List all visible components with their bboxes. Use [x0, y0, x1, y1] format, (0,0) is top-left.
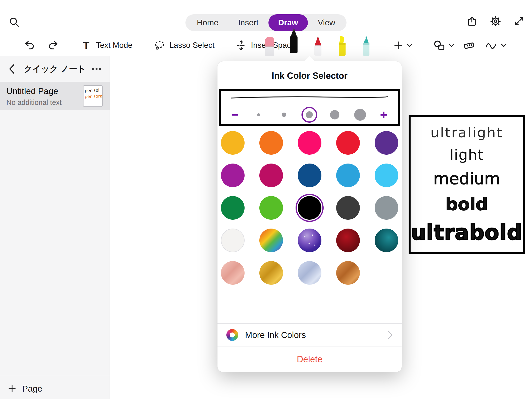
- black-pen-tool[interactable]: [286, 28, 302, 53]
- color-swatch-rainbow-glitter[interactable]: [259, 229, 283, 252]
- color-swatch-dark-pink[interactable]: [259, 164, 283, 187]
- page-list-item[interactable]: Untitled Page No additional text pen (bl…: [0, 82, 110, 110]
- color-swatch-yellow[interactable]: [221, 131, 245, 155]
- ink-color-selector-popup: Ink Color Selector − + More Ink Colors D…: [217, 61, 402, 372]
- size-dot: [257, 113, 260, 116]
- share-button[interactable]: [466, 15, 478, 28]
- stroke-size-option-4[interactable]: [327, 107, 343, 123]
- color-swatch-gold-glitter[interactable]: [259, 261, 283, 285]
- color-swatch-blue[interactable]: [336, 164, 360, 187]
- expand-icon: [514, 16, 525, 27]
- color-swatch-silver-glitter[interactable]: [298, 261, 321, 285]
- stroke-size-option-1[interactable]: [251, 107, 266, 123]
- color-wheel-icon: [226, 329, 238, 341]
- chevron-left-icon: [8, 64, 15, 74]
- black-pen-icon: [286, 27, 302, 53]
- chevron-down-icon: [449, 43, 454, 47]
- more-ink-colors-button[interactable]: More Ink Colors: [217, 325, 402, 345]
- color-swatch-dark-red-marble[interactable]: [336, 229, 360, 252]
- shapes-button[interactable]: [433, 34, 454, 56]
- color-swatch-sky-blue[interactable]: [375, 164, 398, 187]
- ribbon-tabs: HomeInsertDrawView: [185, 14, 347, 31]
- settings-button[interactable]: [489, 15, 502, 28]
- ruler-button[interactable]: [463, 34, 475, 56]
- add-page-label: Page: [22, 384, 42, 394]
- color-swatch-black[interactable]: [298, 196, 321, 220]
- stroke-size-option-5[interactable]: [352, 107, 368, 123]
- undo-button[interactable]: [24, 39, 35, 51]
- color-swatch-teal-marble[interactable]: [375, 229, 398, 252]
- color-swatch-dark-gray[interactable]: [336, 196, 360, 220]
- tab-insert[interactable]: Insert: [228, 14, 268, 31]
- ink-replay-button[interactable]: [485, 34, 506, 56]
- sidebar-header: クイック ノート: [0, 56, 110, 82]
- tab-home[interactable]: Home: [187, 14, 228, 31]
- back-button[interactable]: [6, 64, 17, 74]
- text-mode-icon: T: [80, 39, 92, 51]
- teal-pen-icon: [358, 33, 374, 56]
- lasso-select-label: Lasso Select: [169, 41, 215, 50]
- color-swatch-purple[interactable]: [375, 131, 398, 155]
- yellow-highlighter-tool[interactable]: [334, 31, 350, 56]
- chevron-right-icon: [387, 331, 393, 339]
- sidebar-divider: [0, 375, 110, 375]
- stroke-size-option-3[interactable]: [301, 107, 317, 123]
- share-icon: [466, 16, 477, 27]
- color-swatch-light-green[interactable]: [259, 196, 283, 220]
- popup-title: Ink Color Selector: [217, 71, 402, 81]
- red-pen-tool[interactable]: [310, 31, 326, 56]
- decrease-size-button[interactable]: −: [228, 108, 242, 122]
- ellipsis-icon: [91, 67, 102, 70]
- lasso-select-button[interactable]: Lasso Select: [154, 39, 215, 51]
- stroke-weight-sample-ultralight: ultralight: [431, 124, 503, 140]
- top-bar: HomeInsertDrawView: [0, 0, 532, 56]
- thumbnail-ink-line-1: pen (bl: [85, 87, 101, 94]
- lasso-icon: [154, 39, 166, 51]
- plus-icon: [7, 384, 17, 393]
- color-swatch-rose-gold-glitter[interactable]: [221, 261, 245, 285]
- stroke-weight-sample-medium: medium: [433, 169, 500, 188]
- stroke-weight-sample-ultrabold: ultrabold: [411, 220, 522, 245]
- add-page-button[interactable]: Page: [7, 384, 42, 394]
- search-icon: [9, 17, 20, 28]
- add-pen-button[interactable]: [393, 34, 412, 56]
- ink-squiggle-icon: [485, 40, 498, 51]
- plus-icon: [393, 40, 403, 50]
- stroke-size-option-2[interactable]: [276, 107, 292, 123]
- section-options-button[interactable]: [90, 64, 103, 74]
- color-swatch-gray[interactable]: [375, 196, 398, 220]
- size-dot: [330, 110, 339, 119]
- undo-icon: [24, 40, 35, 51]
- increase-size-button[interactable]: +: [377, 108, 391, 122]
- eraser-tool[interactable]: [262, 31, 278, 56]
- color-swatch-galaxy-glitter[interactable]: [298, 229, 321, 252]
- color-swatch-pink[interactable]: [298, 131, 321, 155]
- thumbnail-ink-line-2: pen (ora: [85, 93, 101, 100]
- color-swatch-red[interactable]: [336, 131, 360, 155]
- color-swatch-green[interactable]: [221, 196, 245, 220]
- color-swatch-dark-blue[interactable]: [298, 164, 321, 187]
- teal-pen-tool[interactable]: [358, 31, 374, 56]
- pen-tray: [262, 34, 374, 56]
- tab-view[interactable]: View: [308, 14, 345, 31]
- eraser-icon: [262, 33, 278, 56]
- delete-pen-button[interactable]: Delete: [217, 347, 402, 372]
- size-dots: [251, 107, 368, 123]
- color-swatch-magenta[interactable]: [221, 164, 245, 187]
- redo-button[interactable]: [47, 39, 59, 51]
- color-swatch-orange[interactable]: [259, 131, 283, 155]
- ruler-icon: [463, 40, 475, 51]
- stroke-width-preview: [221, 94, 398, 100]
- stroke-weight-sample-light: light: [450, 147, 484, 163]
- color-swatch-bronze-glitter[interactable]: [336, 261, 360, 285]
- popup-divider: [217, 323, 402, 324]
- redo-icon: [48, 40, 59, 51]
- red-pen-icon: [310, 33, 326, 56]
- size-dot: [354, 109, 366, 121]
- search-button[interactable]: [7, 15, 21, 29]
- delete-label: Delete: [297, 354, 322, 365]
- text-mode-label: Text Mode: [96, 41, 133, 50]
- fullscreen-button[interactable]: [513, 15, 526, 28]
- text-mode-button[interactable]: T Text Mode: [80, 39, 133, 51]
- color-swatch-white[interactable]: [221, 229, 245, 252]
